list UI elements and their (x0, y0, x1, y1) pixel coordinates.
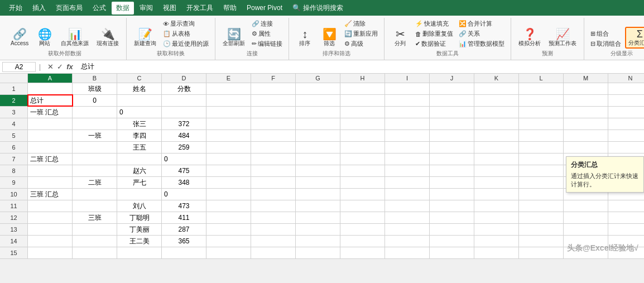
btn-relations[interactable]: 🔗 关系 (457, 29, 506, 39)
cell-r5-c7[interactable] (340, 130, 385, 141)
cell-r13-c7[interactable] (340, 224, 385, 235)
cell-r3-c1[interactable] (73, 107, 117, 118)
cell-r2-c8[interactable] (385, 95, 430, 106)
name-box[interactable] (2, 62, 36, 72)
cell-r14-c11[interactable] (519, 236, 564, 247)
cell-r11-c4[interactable] (206, 200, 251, 212)
cell-r5-c3[interactable]: 484 (162, 130, 206, 141)
cell-r9-c11[interactable] (519, 177, 564, 188)
btn-new-query[interactable]: 📝 新建查询 (131, 27, 159, 49)
cell-r14-c8[interactable] (385, 236, 430, 247)
cell-r8-c5[interactable] (251, 165, 296, 176)
cell-r6-c1[interactable] (73, 142, 117, 153)
cell-r3-c2[interactable]: 0 (117, 107, 162, 118)
menu-search[interactable]: 🔍 操作说明搜索 (288, 2, 348, 15)
cell-r12-c7[interactable] (340, 212, 385, 223)
cell-r7-c3[interactable]: 0 (162, 154, 206, 165)
cell-r1-c8[interactable] (385, 83, 430, 94)
btn-filter[interactable]: 🔽 筛选 (318, 27, 340, 49)
cell-r7-c7[interactable] (340, 154, 385, 165)
col-header-e[interactable]: E (206, 74, 251, 83)
btn-edit-links[interactable]: ✏ 编辑链接 (250, 39, 284, 49)
cell-r3-c10[interactable] (474, 107, 519, 118)
cell-r4-c10[interactable] (474, 118, 519, 129)
cell-r5-c12[interactable] (564, 130, 608, 141)
cell-r12-c4[interactable] (206, 212, 251, 223)
btn-clear[interactable]: 🧹 清除 (343, 19, 379, 28)
row-header-6[interactable]: 6 (0, 142, 28, 153)
cell-r3-c5[interactable] (251, 107, 296, 118)
cell-r11-c11[interactable] (519, 200, 564, 212)
btn-ungroup[interactable]: ⊟ 取消组合 (589, 39, 623, 49)
cell-r1-c7[interactable] (340, 83, 385, 94)
btn-remove-dup[interactable]: 🗑 删除重复值 (414, 29, 455, 39)
cell-r10-c4[interactable] (206, 189, 251, 200)
menu-view[interactable]: 视图 (158, 2, 181, 15)
menu-data[interactable]: 数据 (112, 2, 134, 15)
cell-r8-c9[interactable] (430, 165, 474, 176)
btn-connections[interactable]: 🔗 连接 (250, 19, 284, 28)
cell-r3-c11[interactable] (519, 107, 564, 118)
cell-r15-c5[interactable] (251, 247, 296, 258)
cell-r4-c4[interactable] (206, 118, 251, 129)
cell-r6-c6[interactable] (296, 142, 340, 153)
btn-merge[interactable]: 🔀 合并计算 (457, 19, 506, 28)
cell-r11-c12[interactable] (564, 200, 608, 212)
cell-r2-c12[interactable] (564, 95, 608, 106)
cell-r4-c1[interactable] (73, 118, 117, 129)
cell-r6-c7[interactable] (340, 142, 385, 153)
cell-r13-c8[interactable] (385, 224, 430, 235)
cell-r10-c9[interactable] (430, 189, 474, 200)
cell-r13-c4[interactable] (206, 224, 251, 235)
cell-r10-c1[interactable] (73, 189, 117, 200)
cancel-formula-icon[interactable]: ✕ (46, 63, 55, 71)
btn-other-sources[interactable]: 📊 自其他来源 (58, 27, 92, 49)
cell-r6-c0[interactable] (28, 142, 73, 153)
cell-r10-c5[interactable] (251, 189, 296, 200)
cell-r6-c4[interactable] (206, 142, 251, 153)
cell-r13-c3[interactable]: 287 (162, 224, 206, 235)
cell-r12-c10[interactable] (474, 212, 519, 223)
cell-r5-c11[interactable] (519, 130, 564, 141)
cell-r10-c10[interactable] (474, 189, 519, 200)
cell-r4-c6[interactable] (296, 118, 340, 129)
btn-show-query[interactable]: 👁 显示查询 (161, 19, 210, 28)
cell-r9-c6[interactable] (296, 177, 340, 188)
cell-r11-c13[interactable] (608, 200, 644, 212)
cell-r14-c6[interactable] (296, 236, 340, 247)
cell-r10-c11[interactable] (519, 189, 564, 200)
col-header-g[interactable]: G (296, 74, 340, 83)
menu-powerpivot[interactable]: Power Pivot (242, 2, 287, 13)
cell-r13-c2[interactable]: 丁美丽 (117, 224, 162, 235)
cell-r2-c10[interactable] (474, 95, 519, 106)
cell-r9-c10[interactable] (474, 177, 519, 188)
row-header-1[interactable]: 1 (0, 83, 28, 94)
cell-r15-c9[interactable] (430, 247, 474, 258)
btn-existing-connection[interactable]: 🔌 现有连接 (94, 27, 122, 49)
cell-r6-c8[interactable] (385, 142, 430, 153)
row-header-14[interactable]: 14 (0, 236, 28, 247)
cell-r12-c6[interactable] (296, 212, 340, 223)
cell-r9-c2[interactable]: 严七 (117, 177, 162, 188)
cell-r12-c5[interactable] (251, 212, 296, 223)
cell-r12-c11[interactable] (519, 212, 564, 223)
cell-r14-c2[interactable]: 王二美 (117, 236, 162, 247)
cell-r9-c5[interactable] (251, 177, 296, 188)
confirm-formula-icon[interactable]: ✓ (56, 63, 64, 71)
cell-r7-c11[interactable] (519, 154, 564, 165)
cell-r8-c0[interactable] (28, 165, 73, 176)
cell-r1-c5[interactable] (251, 83, 296, 94)
btn-from-table[interactable]: 📋 从表格 (161, 29, 210, 39)
cell-r10-c3[interactable]: 0 (162, 189, 206, 200)
cell-r1-c11[interactable] (519, 83, 564, 94)
btn-properties[interactable]: ⚙ 属性 (250, 29, 284, 39)
row-header-11[interactable]: 11 (0, 200, 28, 212)
col-header-k[interactable]: K (474, 74, 519, 83)
col-header-c[interactable]: C (117, 74, 162, 83)
cell-r11-c10[interactable] (474, 200, 519, 212)
cell-r11-c7[interactable] (340, 200, 385, 212)
cell-r6-c9[interactable] (430, 142, 474, 153)
cell-r9-c9[interactable] (430, 177, 474, 188)
cell-r8-c11[interactable] (519, 165, 564, 176)
cell-r4-c11[interactable] (519, 118, 564, 129)
